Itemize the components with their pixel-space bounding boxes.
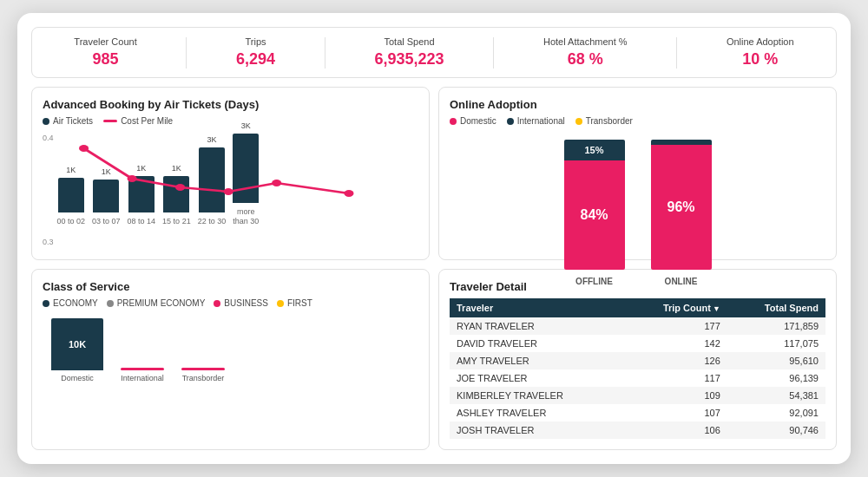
cos-domestic-label: Domestic xyxy=(61,374,94,382)
booking-chart-panel: Advanced Booking by Air Tickets (Days) A… xyxy=(31,87,430,260)
kpi-trips-label: Trips xyxy=(246,36,266,47)
legend-business: BUSINESS xyxy=(214,298,268,308)
middle-row: Advanced Booking by Air Tickets (Days) A… xyxy=(31,87,837,260)
kpi-divider-2 xyxy=(325,37,326,69)
cos-international-line xyxy=(121,368,164,370)
legend-first-label: FIRST xyxy=(287,298,312,308)
traveler-trips: 126 xyxy=(624,352,727,369)
kpi-traveler-count-value: 985 xyxy=(92,50,118,69)
table-row: JOE TRAVELER 117 96,139 xyxy=(450,369,825,387)
sort-arrow: ▼ xyxy=(713,304,720,313)
cos-title: Class of Service xyxy=(43,280,418,293)
legend-premium-economy-label: PREMIUM ECONOMY xyxy=(117,298,206,308)
legend-transborder: Transborder xyxy=(575,116,633,126)
kpi-trips: Trips 6,294 xyxy=(236,36,275,69)
cost-per-mile-line xyxy=(103,120,117,122)
cos-domestic-group: 10K Domestic xyxy=(51,318,103,382)
traveler-name: KIMBERLEY TRAVELER xyxy=(450,387,624,404)
traveler-trips: 109 xyxy=(624,387,727,404)
kpi-traveler-count-label: Traveler Count xyxy=(74,36,136,47)
table-row: KIMBERLEY TRAVELER 109 54,381 xyxy=(450,387,825,404)
kpi-total-spend-label: Total Spend xyxy=(384,36,434,47)
legend-air-tickets: Air Tickets xyxy=(43,116,93,126)
bar-03-07: 1K 03 to 07 xyxy=(92,167,121,226)
legend-premium-economy: PREMIUM ECONOMY xyxy=(107,298,206,308)
kpi-online-adoption-label: Online Adoption xyxy=(727,36,794,47)
kpi-trips-value: 6,294 xyxy=(236,50,275,69)
legend-international: International xyxy=(507,116,565,126)
y-axis: 0.4 0.3 xyxy=(43,134,57,246)
traveler-trips: 142 xyxy=(624,335,727,352)
table-row: RYAN TRAVELER 177 171,859 xyxy=(450,317,825,335)
cos-legend: ECONOMY PREMIUM ECONOMY BUSINESS FIRST xyxy=(43,298,418,308)
table-row: JOSH TRAVELER 106 90,746 xyxy=(450,421,825,439)
traveler-spend: 96,139 xyxy=(727,369,825,387)
cos-chart: 10K Domestic International Transborder xyxy=(43,313,418,382)
legend-business-label: BUSINESS xyxy=(224,298,268,308)
kpi-total-spend-value: 6,935,223 xyxy=(374,50,444,69)
bar-22-30: 3K 22 to 30 xyxy=(198,135,227,226)
table-row: ASHLEY TRAVELER 107 92,091 xyxy=(450,404,825,421)
class-of-service-panel: Class of Service ECONOMY PREMIUM ECONOMY… xyxy=(31,269,430,450)
dashboard: Traveler Count 985 Trips 6,294 Total Spe… xyxy=(17,13,851,464)
legend-first: FIRST xyxy=(277,298,312,308)
legend-economy: ECONOMY xyxy=(43,298,98,308)
kpi-total-spend: Total Spend 6,935,223 xyxy=(374,36,444,69)
offline-dark-seg: 15% xyxy=(564,140,625,160)
kpi-hotel-value: 68 % xyxy=(568,50,603,69)
online-adoption-title: Online Adoption xyxy=(450,98,825,111)
traveler-trips: 107 xyxy=(624,404,727,421)
offline-bar-group: 15% 84% OFFLINE xyxy=(564,140,625,286)
col-spend-header: Total Spend xyxy=(727,298,825,317)
col-trips-header[interactable]: Trip Count▼ xyxy=(624,298,727,317)
bottom-row: Class of Service ECONOMY PREMIUM ECONOMY… xyxy=(31,269,837,450)
traveler-spend: 171,859 xyxy=(727,317,825,335)
traveler-spend: 90,746 xyxy=(727,421,825,439)
traveler-detail-title: Traveler Detail xyxy=(450,280,825,293)
col-traveler-header: Traveler xyxy=(450,298,624,317)
offline-pink-seg: 84% xyxy=(564,160,625,270)
adoption-chart: 15% 84% OFFLINE 96% xyxy=(450,131,825,286)
kpi-divider-3 xyxy=(493,37,494,69)
traveler-spend: 95,610 xyxy=(727,352,825,369)
legend-cost-per-mile: Cost Per Mile xyxy=(103,116,173,126)
traveler-name: ASHLEY TRAVELER xyxy=(450,404,624,421)
kpi-hotel-label: Hotel Attachment % xyxy=(543,36,628,47)
kpi-bar: Traveler Count 985 Trips 6,294 Total Spe… xyxy=(31,27,837,78)
legend-air-tickets-label: Air Tickets xyxy=(53,116,93,126)
air-tickets-dot xyxy=(43,118,49,125)
traveler-name: RYAN TRAVELER xyxy=(450,317,624,335)
booking-chart-legend: Air Tickets Cost Per Mile xyxy=(43,116,418,126)
legend-cost-per-mile-label: Cost Per Mile xyxy=(121,116,173,126)
offline-dark-label: 15% xyxy=(584,145,603,155)
online-pink-label: 96% xyxy=(667,199,694,215)
offline-pink-label: 84% xyxy=(580,207,608,223)
traveler-trips: 177 xyxy=(624,317,727,335)
traveler-trips: 106 xyxy=(624,421,727,439)
legend-economy-label: ECONOMY xyxy=(53,298,98,308)
y-axis-bottom: 0.3 xyxy=(43,238,54,246)
bar-00-02: 1K 00 to 02 xyxy=(57,166,86,226)
legend-domestic: Domestic xyxy=(450,116,496,126)
y-axis-top: 0.4 xyxy=(43,134,54,142)
cos-international-label: International xyxy=(121,374,164,382)
kpi-hotel: Hotel Attachment % 68 % xyxy=(543,36,628,69)
legend-domestic-label: Domestic xyxy=(460,116,496,126)
online-adoption-legend: Domestic International Transborder xyxy=(450,116,825,126)
online-adoption-panel: Online Adoption Domestic International T… xyxy=(438,87,837,260)
kpi-online-adoption-value: 10 % xyxy=(742,50,778,69)
cos-transborder-line xyxy=(181,368,225,370)
traveler-table: Traveler Trip Count▼ Total Spend RYAN TR… xyxy=(450,298,825,439)
booking-chart-title: Advanced Booking by Air Tickets (Days) xyxy=(43,98,418,111)
table-row: DAVID TRAVELER 142 117,075 xyxy=(450,335,825,352)
bar-15-21: 1K 15 to 21 xyxy=(162,164,191,226)
cos-domestic-value: 10K xyxy=(69,339,86,350)
cos-international-group: International xyxy=(121,368,164,382)
cos-transborder-label: Transborder xyxy=(182,374,225,382)
traveler-spend: 92,091 xyxy=(727,404,825,421)
cos-transborder-group: Transborder xyxy=(181,368,225,382)
online-bar-group: 96% ONLINE xyxy=(651,140,712,286)
traveler-detail-panel: Traveler Detail Traveler Trip Count▼ Tot… xyxy=(438,269,837,450)
traveler-name: AMY TRAVELER xyxy=(450,352,624,369)
bar-more-30: 3K more than 30 xyxy=(233,121,259,226)
